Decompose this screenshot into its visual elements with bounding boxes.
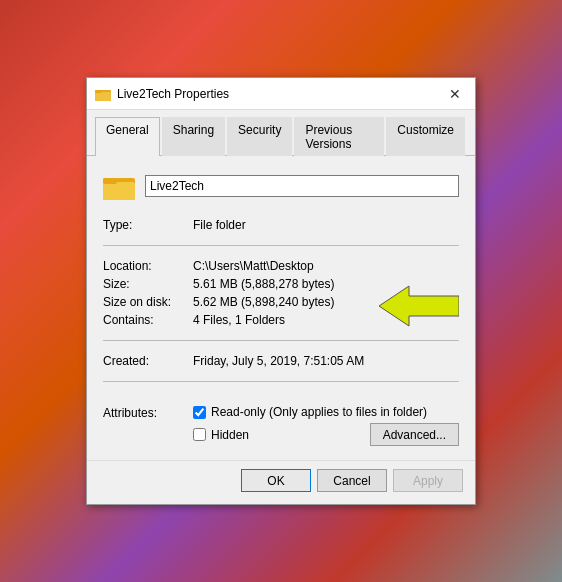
size-on-disk-label: Size on disk: [103,293,193,311]
tab-sharing[interactable]: Sharing [162,117,225,156]
size-on-disk-value: 5.62 MB (5,898,240 bytes) [193,293,459,311]
svg-rect-5 [103,178,117,184]
info-table: Type: File folder Location: C:\Users\Mat… [103,216,459,393]
hidden-row: Hidden [193,428,249,442]
tab-customize[interactable]: Customize [386,117,465,156]
attributes-table: Attributes: Read-only (Only applies to f… [103,403,459,448]
created-row: Created: Friday, July 5, 2019, 7:51:05 A… [103,352,459,370]
location-label: Location: [103,257,193,275]
type-row: Type: File folder [103,216,459,234]
properties-dialog: Live2Tech Properties ✕ General Sharing S… [86,77,476,505]
attributes-row: Attributes: Read-only (Only applies to f… [103,403,459,448]
created-value: Friday, July 5, 2019, 7:51:05 AM [193,352,459,370]
title-bar: Live2Tech Properties ✕ [87,78,475,110]
svg-rect-2 [95,90,102,93]
contains-label: Contains: [103,311,193,329]
close-button[interactable]: ✕ [443,82,467,106]
folder-name-row [103,170,459,202]
folder-icon [103,170,135,202]
location-value: C:\Users\Matt\Desktop [193,257,459,275]
hidden-label: Hidden [211,428,249,442]
advanced-button[interactable]: Advanced... [370,423,459,446]
attributes-section: Attributes: Read-only (Only applies to f… [103,403,459,448]
size-label: Size: [103,275,193,293]
attributes-label-cell: Attributes: [103,403,193,448]
size-row: Size: 5.61 MB (5,888,278 bytes) [103,275,459,293]
apply-button[interactable]: Apply [393,469,463,492]
bottom-buttons: OK Cancel Apply [87,460,475,504]
readonly-row: Read-only (Only applies to files in fold… [193,405,459,419]
created-label: Created: [103,352,193,370]
type-label: Type: [103,216,193,234]
cancel-button[interactable]: Cancel [317,469,387,492]
content-area: Type: File folder Location: C:\Users\Mat… [87,156,475,460]
folder-title-icon [95,86,111,102]
type-value: File folder [193,216,459,234]
attributes-controls-cell: Read-only (Only applies to files in fold… [193,403,459,448]
contains-row: Contains: 4 Files, 1 Folders [103,311,459,329]
svg-rect-4 [103,182,135,200]
readonly-label: Read-only (Only applies to files in fold… [211,405,427,419]
folder-name-input[interactable] [145,175,459,197]
tab-previous-versions[interactable]: Previous Versions [294,117,384,156]
tab-security[interactable]: Security [227,117,292,156]
tab-general[interactable]: General [95,117,160,156]
checkboxes: Read-only (Only applies to files in fold… [193,405,459,446]
dialog-title: Live2Tech Properties [117,87,443,101]
size-value: 5.61 MB (5,888,278 bytes) [193,275,459,293]
contains-value: 4 Files, 1 Folders [193,311,459,329]
tabs-bar: General Sharing Security Previous Versio… [87,110,475,156]
size-on-disk-row: Size on disk: 5.62 MB (5,898,240 bytes) [103,293,459,311]
hidden-checkbox[interactable] [193,428,206,441]
ok-button[interactable]: OK [241,469,311,492]
readonly-checkbox[interactable] [193,406,206,419]
location-row: Location: C:\Users\Matt\Desktop [103,257,459,275]
svg-rect-1 [95,92,111,101]
